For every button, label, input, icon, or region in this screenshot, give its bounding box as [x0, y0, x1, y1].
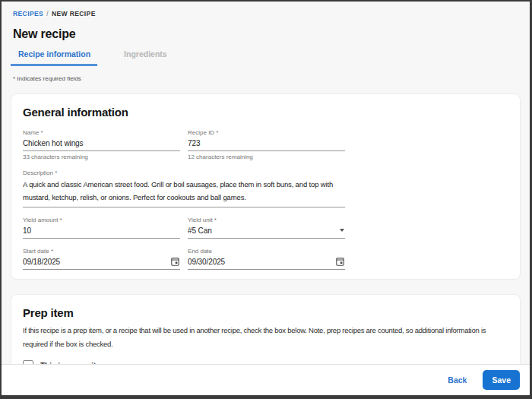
- date-row: Start date * 09/18/2025 End dat: [23, 248, 345, 270]
- breadcrumb: RECIPES/NEW RECIPE: [2, 2, 530, 17]
- start-date-input-value: 09/18/2025: [23, 258, 60, 266]
- recipe-id-input[interactable]: 723: [188, 136, 345, 151]
- yield-amount-field: Yield amount * 10: [23, 217, 180, 239]
- save-button[interactable]: Save: [483, 370, 520, 390]
- yield-unit-selected-value: #5 Can: [188, 226, 212, 235]
- general-information-card: General information Name * Chicken hot w…: [11, 93, 521, 280]
- description-input[interactable]: A quick and classic American street food…: [23, 176, 345, 207]
- start-date-field: Start date * 09/18/2025: [23, 248, 180, 270]
- tab-bar: Recipe information Ingredients: [11, 49, 530, 66]
- back-button[interactable]: Back: [448, 375, 467, 385]
- tab-ingredients[interactable]: Ingredients: [116, 49, 174, 66]
- end-date-input[interactable]: 09/30/2025: [188, 255, 345, 270]
- name-field: Name * Chicken hot wings 33 characters r…: [23, 129, 180, 160]
- description-field-label: Description *: [23, 169, 345, 176]
- chevron-down-icon[interactable]: [340, 229, 344, 232]
- start-date-input[interactable]: 09/18/2025: [23, 255, 180, 270]
- end-date-field-label: End date: [188, 248, 345, 255]
- page-title: New recipe: [13, 27, 530, 41]
- name-helper-text: 33 characters remaining: [23, 154, 180, 160]
- yield-unit-field-label: Yield unit *: [188, 217, 345, 223]
- footer-action-bar: Back Save: [2, 364, 530, 395]
- name-input-value: Chicken hot wings: [23, 139, 83, 147]
- end-date-input-value: 09/30/2025: [188, 258, 225, 266]
- tab-recipe-information[interactable]: Recipe information: [11, 49, 97, 66]
- prep-item-description: If this recipe is a prep item, or a reci…: [23, 324, 508, 350]
- yield-amount-input-value: 10: [23, 226, 31, 235]
- end-date-field: End date 09/30/2025: [188, 248, 345, 270]
- yield-unit-select[interactable]: #5 Can: [188, 223, 345, 239]
- breadcrumb-link-recipes[interactable]: RECIPES: [13, 10, 43, 17]
- breadcrumb-separator: /: [46, 10, 49, 17]
- description-field: Description * A quick and classic Americ…: [23, 169, 345, 207]
- yield-amount-field-label: Yield amount *: [23, 217, 180, 223]
- calendar-icon[interactable]: [171, 257, 179, 266]
- recipe-id-input-value: 723: [188, 139, 200, 147]
- prep-item-heading: Prep item: [23, 306, 508, 319]
- recipe-id-field: Recipe ID * 723 12 characters remaining: [188, 129, 345, 160]
- name-id-row: Name * Chicken hot wings 33 characters r…: [23, 129, 345, 160]
- new-recipe-page: RECIPES/NEW RECIPE New recipe Recipe inf…: [2, 2, 530, 395]
- breadcrumb-current: NEW RECIPE: [52, 10, 96, 17]
- start-date-field-label: Start date *: [23, 248, 180, 255]
- description-input-value: A quick and classic American street food…: [23, 179, 345, 204]
- general-information-fields: Name * Chicken hot wings 33 characters r…: [23, 129, 345, 270]
- name-field-label: Name *: [23, 129, 180, 136]
- yield-row: Yield amount * 10 Yield unit * #5 Can: [23, 217, 345, 239]
- recipe-id-helper-text: 12 characters remaining: [188, 154, 345, 160]
- recipe-id-field-label: Recipe ID *: [188, 129, 345, 136]
- yield-unit-field: Yield unit * #5 Can: [188, 217, 345, 239]
- yield-amount-input[interactable]: 10: [23, 223, 180, 239]
- general-information-heading: General information: [23, 106, 508, 119]
- calendar-icon[interactable]: [336, 257, 344, 266]
- name-input[interactable]: Chicken hot wings: [23, 136, 180, 151]
- required-fields-note: * Indicates required fields: [13, 75, 530, 82]
